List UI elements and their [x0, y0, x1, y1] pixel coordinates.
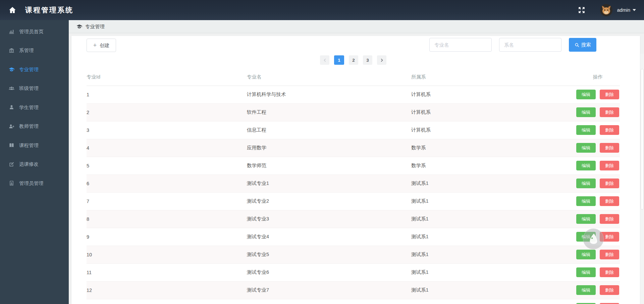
edit-icon: [8, 161, 14, 167]
edit-button[interactable]: 编辑: [576, 196, 596, 206]
content: + 创建 搜索: [69, 34, 644, 304]
search-button[interactable]: 搜索: [569, 38, 596, 52]
filter-input[interactable]: [429, 38, 492, 52]
delete-button[interactable]: 删除: [600, 285, 619, 295]
major-id-cell: 2: [87, 103, 247, 121]
sidebar-item[interactable]: 系管理: [0, 41, 69, 60]
majors-card: + 创建 搜索: [71, 36, 640, 304]
table-row: 5 数学师范 数学系 编辑 删除: [87, 157, 620, 174]
major-id-cell: 8: [87, 210, 247, 228]
table-row: 1 计算机科学与技术 计算机系 编辑 删除: [87, 86, 620, 103]
pagination-next-button chevron-right-icon[interactable]: [377, 55, 386, 65]
edit-button[interactable]: 编辑: [576, 90, 596, 99]
sidebar-item[interactable]: 专业管理: [0, 60, 69, 79]
table-row: 13 测试专业8 测试系1 编辑 删除: [87, 299, 620, 304]
expand-icon[interactable]: [578, 7, 585, 13]
delete-button[interactable]: 删除: [600, 196, 619, 206]
edit-button[interactable]: 编辑: [576, 143, 596, 153]
table-row: 11 测试专业6 测试系1 编辑 删除: [87, 263, 620, 281]
create-button[interactable]: + 创建: [87, 39, 116, 52]
edit-button[interactable]: 编辑: [576, 267, 596, 277]
actions-cell: 编辑 删除: [576, 103, 620, 121]
table-row: 6 测试专业1 测试系1 编辑 删除: [87, 174, 620, 192]
sidebar-item[interactable]: 管理员管理: [0, 174, 69, 193]
major-name-cell: 测试专业7: [247, 281, 411, 299]
table-row: 4 应用数学 数学系 编辑 删除: [87, 139, 620, 157]
actions-cell: 编辑 删除: [576, 192, 620, 210]
sidebar-item[interactable]: 学生管理: [0, 98, 69, 117]
actions-cell: 编辑 删除: [576, 210, 620, 228]
user-icon: [8, 105, 14, 110]
graduation-cap-icon: [76, 24, 82, 29]
table-column-header: 专业Id: [87, 69, 247, 86]
delete-button[interactable]: 删除: [600, 90, 619, 99]
edit-button[interactable]: 编辑: [576, 214, 596, 224]
actions-cell: 编辑 删除: [576, 139, 620, 157]
sidebar: 管理员首页 系管理 专业管理 班级管理 学生管理 教师管理 课程管理: [0, 20, 69, 304]
sidebar-item[interactable]: 选课修改: [0, 155, 69, 174]
table-row: 3 信息工程 计算机系 编辑 删除: [87, 121, 620, 139]
edit-button[interactable]: 编辑: [576, 285, 596, 295]
major-name-cell: 测试专业6: [247, 263, 411, 281]
sidebar-item[interactable]: 班级管理: [0, 79, 69, 98]
edit-button[interactable]: 编辑: [576, 107, 596, 117]
delete-button[interactable]: 删除: [600, 250, 619, 259]
sidebar-item-label: 管理员首页: [19, 29, 44, 35]
delete-button[interactable]: 删除: [600, 161, 619, 170]
edit-button[interactable]: 编辑: [576, 179, 596, 188]
edit-button[interactable]: 编辑: [576, 161, 596, 170]
pagination-page-button[interactable]: 2: [349, 55, 358, 65]
major-name-cell: 信息工程: [247, 121, 411, 139]
sidebar-item-label: 专业管理: [19, 66, 39, 73]
major-name-cell: 测试专业5: [247, 246, 411, 263]
sidebar-item-label: 课程管理: [19, 142, 39, 149]
delete-button[interactable]: 删除: [600, 179, 619, 188]
delete-button[interactable]: 删除: [600, 107, 619, 117]
major-id-cell: 13: [87, 299, 247, 304]
department-cell: 数学系: [411, 139, 576, 157]
home-icon[interactable]: [9, 6, 16, 14]
delete-button[interactable]: 删除: [600, 125, 619, 135]
user-avatar[interactable]: [600, 4, 612, 16]
toolbar: + 创建 搜索: [87, 38, 620, 53]
scrollbar-thumb[interactable]: [641, 69, 644, 210]
caret-down-icon[interactable]: [633, 9, 636, 11]
major-name-cell: 计算机科学与技术: [247, 86, 411, 103]
delete-button[interactable]: 删除: [600, 143, 619, 153]
page-title: 专业管理: [85, 23, 105, 30]
major-name-cell: 测试专业4: [247, 228, 411, 246]
actions-cell: 编辑 删除: [576, 281, 620, 299]
delete-button[interactable]: 删除: [600, 267, 619, 277]
pagination: 1 2 3: [87, 55, 620, 65]
sidebar-item[interactable]: 管理员首页: [0, 22, 69, 41]
sidebar-item[interactable]: 教师管理: [0, 117, 69, 136]
table-row: 2 软件工程 计算机系 编辑 删除: [87, 103, 620, 121]
users-icon: [8, 86, 14, 91]
table-column-header: 操作: [576, 69, 620, 86]
sidebar-item[interactable]: 课程管理: [0, 136, 69, 155]
actions-cell: 编辑 删除: [576, 263, 620, 281]
edit-button[interactable]: 编辑: [576, 125, 596, 135]
sidebar-item-label: 班级管理: [19, 85, 39, 92]
pagination-prev-button chevron-left-icon[interactable]: [320, 55, 329, 65]
major-id-cell: 7: [87, 192, 247, 210]
book-icon: [8, 143, 14, 148]
majors-table: 专业Id 专业名 所属系 操作 1 计算机科学与技术: [87, 69, 620, 304]
pagination-page-button[interactable]: 1: [334, 55, 344, 65]
filter-input[interactable]: [499, 38, 561, 52]
major-id-cell: 5: [87, 157, 247, 174]
delete-button[interactable]: 删除: [600, 214, 619, 224]
actions-cell: 编辑 删除: [576, 299, 620, 304]
actions-cell: 编辑 删除: [576, 121, 620, 139]
user-plus-icon: [8, 123, 14, 129]
table-column-header: 专业名: [247, 69, 411, 86]
table-header-row: 专业Id 专业名 所属系 操作: [87, 69, 620, 86]
table-row: 10 测试专业5 测试系1 编辑 删除: [87, 246, 620, 263]
edit-button[interactable]: 编辑: [576, 250, 596, 259]
major-id-cell: 11: [87, 263, 247, 281]
user-name[interactable]: admin: [617, 7, 631, 13]
pagination-page-button[interactable]: 3: [363, 55, 372, 65]
floating-helper-button[interactable]: [583, 229, 604, 249]
sidebar-item-label: 学生管理: [19, 104, 39, 111]
major-name-cell: 测试专业2: [247, 192, 411, 210]
